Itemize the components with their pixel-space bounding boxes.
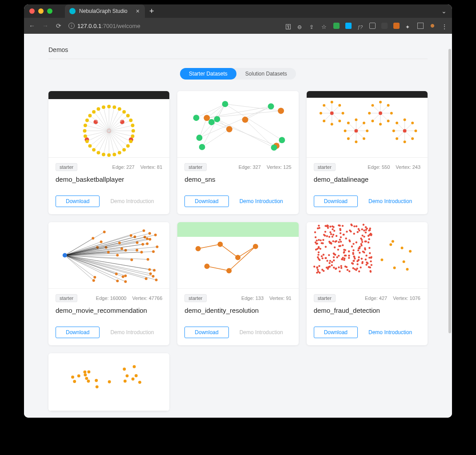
extension-icon[interactable] [381,23,388,29]
svg-point-476 [370,234,372,236]
extension-icon[interactable] [345,23,352,29]
svg-point-274 [363,235,365,237]
svg-point-104 [323,120,325,122]
demo-intro-link[interactable]: Demo Introduction [240,198,283,204]
vertex-count: Vertex: 47766 [132,295,162,301]
svg-point-349 [319,248,321,250]
demo-intro-link[interactable]: Demo Introduction [368,329,412,335]
svg-point-462 [360,238,362,239]
extension-icon[interactable] [333,23,340,29]
svg-point-283 [342,244,344,246]
vertex-count: Vertex: 91 [269,295,292,301]
download-button[interactable]: Download [56,327,100,338]
extension-icon[interactable] [393,23,400,29]
demo-card: starter Edge: 550 Vertex: 243 demo_datal… [307,91,428,214]
svg-point-190 [124,280,127,283]
svg-point-393 [349,240,351,242]
svg-point-441 [327,268,328,270]
svg-point-369 [328,262,330,264]
svg-point-146 [387,104,389,107]
bookmark-star-icon[interactable] [321,23,328,29]
minimize-window-icon[interactable] [38,8,44,14]
svg-point-226 [92,279,95,282]
demo-intro-link[interactable]: Demo Introduction [368,198,412,204]
address-bar[interactable]: i 127.0.0.1:7001/welcome [68,23,279,29]
svg-point-396 [365,226,367,228]
new-tab-button[interactable]: + [149,7,154,15]
svg-point-218 [148,268,151,271]
download-button[interactable]: Download [314,327,358,338]
demo-thumbnail [177,91,298,158]
svg-point-422 [355,225,357,227]
svg-point-468 [321,269,323,271]
category-badge: starter [314,294,336,302]
svg-point-355 [353,255,355,257]
svg-point-24 [96,151,100,155]
extensions-puzzle-icon[interactable] [405,23,412,29]
browser-tab[interactable]: NebulaGraph Studio × [65,4,145,18]
download-button[interactable]: Download [56,196,100,207]
svg-point-149 [414,129,417,132]
close-window-icon[interactable] [29,8,35,14]
kebab-menu-icon[interactable] [441,23,448,29]
download-button[interactable]: Download [184,327,228,338]
download-button[interactable]: Download [184,196,228,207]
svg-point-123 [344,129,346,132]
svg-point-159 [396,122,398,124]
svg-point-405 [361,241,363,243]
svg-point-202 [152,275,155,278]
zoom-out-icon[interactable] [297,23,304,29]
svg-point-486 [135,374,138,377]
svg-point-8 [131,135,134,138]
svg-point-272 [355,241,357,243]
svg-point-56 [126,114,130,117]
svg-point-493 [132,378,135,381]
share-icon[interactable] [309,23,316,29]
page-scroll-area[interactable]: Demos Starter Datasets Solution Datasets… [24,34,452,418]
svg-point-230 [115,273,118,275]
svg-point-287 [329,226,331,228]
extension-icon[interactable] [357,23,364,29]
svg-point-424 [361,261,363,263]
maximize-window-icon[interactable] [47,8,52,14]
svg-point-337 [333,253,335,255]
site-info-icon[interactable]: i [68,23,75,29]
nav-reload-button[interactable]: ⟳ [55,22,62,29]
svg-point-304 [352,249,354,251]
demo-name: demo_identity_resolution [184,307,291,314]
svg-point-466 [316,239,317,241]
tabs-overflow-icon[interactable]: ⌄ [441,8,447,15]
svg-point-119 [355,140,357,143]
demo-meta-row: starter Edge: 133 Vertex: 91 [184,294,291,302]
svg-point-188 [144,235,146,238]
svg-point-96 [193,115,200,121]
demo-name: demo_datalineage [314,176,420,183]
svg-point-276 [336,235,337,237]
demo-thumbnail [48,222,169,289]
password-key-icon[interactable] [285,23,292,29]
svg-point-85 [222,101,228,107]
svg-point-415 [338,224,340,226]
svg-point-362 [339,228,341,230]
svg-point-394 [340,267,342,269]
svg-point-155 [396,137,398,140]
scrollbar-thumb[interactable] [448,49,451,333]
nav-forward-button[interactable]: → [42,22,49,29]
profile-avatar-icon[interactable] [429,23,436,29]
sidepanel-icon[interactable] [417,23,424,29]
extension-icon[interactable] [369,23,376,29]
demo-meta-row: starter Edge: 160000 Vertex: 47766 [56,294,162,302]
download-button[interactable]: Download [314,196,358,207]
svg-point-306 [368,247,370,249]
tab-solution-datasets[interactable]: Solution Datasets [236,68,296,80]
tab-close-icon[interactable]: × [136,8,140,14]
tab-starter-datasets[interactable]: Starter Datasets [180,68,236,80]
svg-point-494 [124,379,127,383]
nav-back-button[interactable]: ← [28,22,36,29]
demo-card: starter Edge: 133 Vertex: 91 demo_identi… [177,222,298,345]
svg-point-297 [365,255,367,256]
svg-point-491 [71,375,74,379]
svg-point-238 [100,240,103,243]
svg-point-437 [324,225,326,227]
svg-point-94 [279,137,285,143]
